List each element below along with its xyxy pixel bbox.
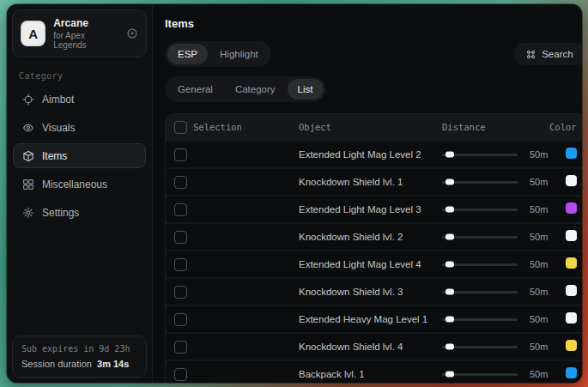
tab-general[interactable]: General: [167, 79, 223, 100]
color-swatch[interactable]: [566, 340, 577, 351]
search-button-label: Search: [542, 49, 573, 59]
row-checkbox[interactable]: [174, 176, 187, 189]
distance-slider[interactable]: [442, 291, 518, 293]
object-name: Extended Light Mag Level 2: [299, 149, 442, 160]
table-row: Knockdown Shield lvl. 350m: [166, 277, 582, 305]
search-button[interactable]: Search: [515, 43, 582, 65]
tab-list[interactable]: List: [288, 79, 324, 100]
distance-cell: 50m: [442, 177, 549, 187]
table-header: Selection Object Distance Color: [166, 114, 582, 140]
row-checkbox[interactable]: [174, 313, 187, 326]
slider-thumb[interactable]: [446, 372, 454, 378]
column-selection: Selection: [193, 122, 299, 132]
object-name: Knockdown Shield lvl. 2: [299, 232, 442, 242]
distance-slider[interactable]: [442, 318, 518, 321]
table-row: Knockdown Shield lvl. 250m: [166, 222, 582, 250]
view-tab-group: GeneralCategoryList: [165, 76, 326, 102]
tab-esp[interactable]: ESP: [167, 44, 208, 64]
color-cell: [549, 366, 577, 382]
color-cell: [549, 339, 577, 354]
distance-value: 50m: [530, 204, 548, 215]
tab-category[interactable]: Category: [225, 79, 286, 100]
slider-thumb[interactable]: [446, 317, 454, 323]
row-checkbox[interactable]: [174, 341, 187, 354]
main-panel: Items ESPHighlight Search GeneralCategor…: [153, 4, 582, 383]
eye-icon: [21, 122, 34, 134]
distance-slider[interactable]: [442, 154, 518, 156]
distance-value: 50m: [530, 259, 548, 269]
sidebar-item-label: Items: [42, 150, 67, 162]
distance-value: 50m: [530, 314, 548, 324]
slider-thumb[interactable]: [446, 152, 454, 158]
color-swatch[interactable]: [566, 312, 577, 324]
table-row: Extended Light Mag Level 450m: [166, 250, 582, 277]
box-icon: [21, 150, 34, 162]
color-cell: [549, 147, 577, 162]
table-body: Extended Light Mag Level 250mKnockdown S…: [166, 140, 582, 383]
app-title: Arcane: [53, 17, 118, 29]
tab-highlight[interactable]: Highlight: [209, 44, 269, 64]
distance-slider[interactable]: [442, 373, 518, 376]
page-title: Items: [165, 17, 582, 30]
app-window: A Arcane for Apex Legends Category Aimbo…: [7, 4, 582, 383]
color-swatch[interactable]: [566, 148, 577, 159]
table-row: Extended Heavy Mag Level 150m: [166, 305, 582, 332]
distance-value: 50m: [530, 287, 548, 297]
session-info-card: Sub expires in 9d 23h Session duration 3…: [12, 336, 147, 378]
object-name: Extended Heavy Mag Level 1: [299, 314, 442, 324]
sidebar-item-items[interactable]: Items: [13, 143, 146, 168]
color-swatch[interactable]: [566, 285, 577, 296]
distance-value: 50m: [530, 177, 548, 187]
app-header: A Arcane for Apex Legends: [12, 9, 147, 57]
sidebar-item-settings[interactable]: Settings: [13, 200, 146, 225]
slider-thumb[interactable]: [446, 289, 454, 295]
distance-slider[interactable]: [442, 236, 518, 239]
distance-cell: 50m: [442, 369, 549, 379]
sidebar-item-label: Aimbot: [42, 94, 74, 106]
row-checkbox[interactable]: [174, 203, 187, 216]
color-swatch[interactable]: [566, 367, 577, 378]
object-name: Backpack lvl. 1: [299, 369, 442, 379]
color-swatch[interactable]: [566, 257, 577, 269]
session-duration-label: Session duration: [21, 359, 92, 369]
sidebar-section-label: Category: [19, 71, 140, 81]
distance-value: 50m: [530, 342, 548, 352]
distance-slider[interactable]: [442, 346, 518, 348]
slider-thumb[interactable]: [446, 344, 454, 350]
distance-cell: 50m: [442, 204, 549, 215]
row-checkbox[interactable]: [174, 368, 187, 381]
distance-cell: 50m: [442, 259, 549, 269]
table-row: Knockdown Shield lvl. 450m: [166, 332, 582, 360]
color-swatch[interactable]: [566, 175, 577, 186]
sidebar-nav: AimbotVisualsItemsMiscellaneousSettings: [12, 87, 147, 225]
sidebar-item-miscellaneous[interactable]: Miscellaneous: [13, 172, 146, 197]
column-color: Color: [549, 122, 577, 132]
table-row: Knockdown Shield lvl. 150m: [166, 167, 582, 195]
column-distance: Distance: [442, 122, 549, 132]
row-checkbox[interactable]: [174, 258, 187, 271]
distance-slider[interactable]: [442, 209, 518, 211]
sidebar-item-label: Visuals: [42, 122, 75, 134]
row-checkbox[interactable]: [174, 148, 187, 161]
slider-thumb[interactable]: [446, 262, 454, 268]
row-checkbox[interactable]: [174, 231, 187, 244]
color-swatch[interactable]: [566, 203, 577, 214]
select-all-checkbox[interactable]: [174, 121, 187, 134]
sidebar-item-visuals[interactable]: Visuals: [13, 115, 146, 140]
row-checkbox[interactable]: [174, 286, 187, 299]
sub-expiry-text: Sub expires in 9d 23h: [21, 344, 137, 354]
sidebar-item-label: Miscellaneous: [42, 178, 107, 190]
color-cell: [549, 257, 577, 272]
color-swatch[interactable]: [566, 230, 577, 241]
distance-slider[interactable]: [442, 263, 518, 266]
slider-thumb[interactable]: [446, 179, 454, 185]
emblem-icon[interactable]: [126, 27, 138, 39]
object-name: Extended Light Mag Level 4: [299, 259, 442, 269]
sidebar-item-label: Settings: [42, 207, 79, 219]
slider-thumb[interactable]: [446, 207, 454, 213]
object-name: Knockdown Shield lvl. 3: [299, 287, 442, 297]
slider-thumb[interactable]: [446, 234, 454, 240]
sidebar-item-aimbot[interactable]: Aimbot: [13, 87, 146, 112]
distance-slider[interactable]: [442, 181, 518, 184]
app-logo: A: [21, 21, 45, 46]
